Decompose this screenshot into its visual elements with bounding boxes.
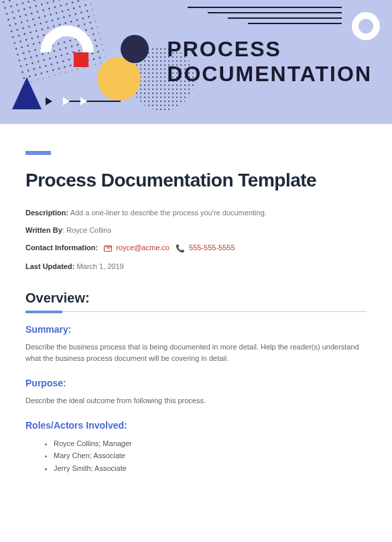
email-icon [104, 246, 112, 252]
list-item: Mary Chen; Associate [54, 449, 367, 462]
written-by-value: Royce Collins [66, 226, 111, 234]
contact-row: Contact Information: royce@acme.co 📞 555… [25, 243, 367, 253]
accent-bar [25, 151, 51, 155]
roles-heading: Roles/Actors Involved: [25, 420, 367, 431]
contact-label: Contact Information: [25, 243, 98, 252]
document-title: Process Documentation Template [25, 170, 367, 191]
overview-heading: Overview: [25, 290, 367, 306]
diagonal-lines-decoration [188, 7, 342, 28]
play-triangles-decoration [46, 97, 87, 105]
last-updated-row: Last Updated: March 1, 2019 [25, 262, 367, 270]
summary-body: Describe the business process that is be… [25, 341, 367, 364]
description-value: Add a one-liner to describe the process … [70, 209, 267, 217]
list-item: Royce Collins; Manager [54, 437, 367, 450]
contact-phone: 555-555-5555 [189, 243, 235, 252]
red-square-decoration [74, 52, 88, 67]
contact-email: royce@acme.co [116, 243, 170, 252]
purpose-body: Describe the ideal outcome from followin… [25, 395, 367, 406]
ring-icon [352, 12, 380, 40]
banner: PROCESS DOCUMENTATION [0, 0, 392, 124]
last-updated-value: March 1, 2019 [76, 262, 123, 270]
banner-title-line1: PROCESS [167, 37, 372, 62]
blue-triangle-decoration [12, 77, 42, 109]
description-row: Description: Add a one-liner to describe… [25, 209, 367, 217]
document-body: Process Documentation Template Descripti… [0, 124, 392, 475]
list-item: Jerry Smith; Associate [54, 462, 367, 475]
written-by-label: Written By [25, 226, 62, 234]
navy-circle-decoration [121, 35, 149, 63]
last-updated-label: Last Updated: [25, 262, 74, 270]
yellow-circle-decoration [97, 57, 141, 101]
banner-title: PROCESS DOCUMENTATION [167, 37, 372, 87]
banner-title-line2: DOCUMENTATION [167, 62, 372, 87]
roles-list: Royce Collins; Manager Mary Chen; Associ… [25, 437, 367, 475]
phone-icon: 📞 [176, 244, 185, 253]
section-rule [25, 311, 367, 312]
written-by-row: Written By: Royce Collins [25, 226, 367, 234]
description-label: Description: [25, 209, 68, 217]
purpose-heading: Purpose: [25, 378, 367, 388]
summary-heading: Summary: [25, 324, 367, 335]
